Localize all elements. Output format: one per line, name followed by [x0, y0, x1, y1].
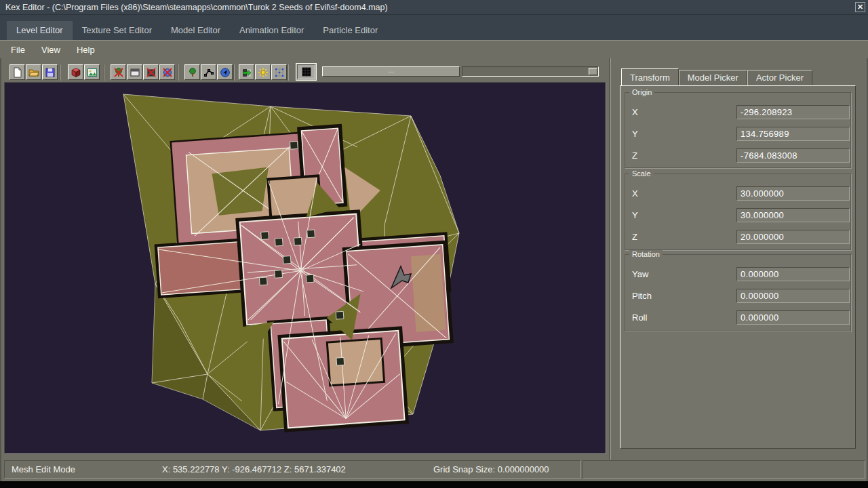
- window-title: Kex Editor - (C:\Program Files (x86)\Ste…: [5, 3, 388, 12]
- texture-image-button[interactable]: [84, 64, 100, 80]
- menu-view[interactable]: View: [41, 45, 60, 55]
- rotation-roll-input[interactable]: 0.000000: [736, 310, 850, 325]
- origin-x-label: X: [632, 107, 638, 117]
- toolbar-group-render: [239, 64, 287, 80]
- show-trees-button[interactable]: [184, 64, 200, 80]
- origin-z-label: Z: [632, 150, 637, 161]
- toolbar-separator: [233, 64, 235, 81]
- viewport-canvas[interactable]: [5, 83, 606, 453]
- open-file-button[interactable]: [26, 64, 41, 80]
- editor-tabstrip: Level Editor Texture Set Editor Model Ed…: [0, 15, 868, 40]
- slider-ellipsis: ...: [388, 66, 394, 74]
- toolbar-slider[interactable]: ...: [322, 66, 460, 77]
- scale-group: Scale X 30.000000 Y 30.000000 Z 20.00000…: [625, 174, 851, 250]
- origin-y-input[interactable]: 134.756989: [736, 127, 850, 141]
- scale-y-label: Y: [632, 210, 638, 220]
- menu-file[interactable]: File: [11, 45, 25, 55]
- rotation-roll-label: Roll: [632, 312, 647, 323]
- panel-tabs: Transform Model Picker Actor Picker: [621, 68, 812, 85]
- scale-x-input[interactable]: 30.000000: [736, 186, 850, 201]
- export-button[interactable]: [239, 64, 254, 80]
- pointer-circle-icon: [220, 67, 231, 78]
- grid-toggle-button[interactable]: [296, 63, 317, 81]
- toolbar-separator: [288, 64, 289, 81]
- scale-group-title: Scale: [629, 169, 654, 178]
- save-file-button[interactable]: [42, 64, 58, 80]
- tree-x-icon: [113, 67, 124, 78]
- new-file-button[interactable]: [9, 64, 25, 80]
- toolbar-separator: [104, 64, 105, 81]
- rotation-group: Rotation Yaw 0.000000 Pitch 0.000000 Rol…: [625, 254, 851, 331]
- menu-bar: File View Help: [0, 40, 868, 58]
- rotation-pitch-input[interactable]: 0.000000: [736, 289, 850, 303]
- rotation-group-title: Rotation: [629, 250, 663, 258]
- scale-z-label: Z: [632, 232, 637, 242]
- tree-icon: [187, 67, 198, 78]
- hide-mesh-button[interactable]: [143, 64, 159, 80]
- backdrop-toggle-button[interactable]: [127, 64, 142, 80]
- close-icon[interactable]: ✕: [855, 2, 865, 12]
- grid-snap-points-button[interactable]: [271, 64, 287, 80]
- new-file-icon: [12, 67, 23, 78]
- tab-texture-set-editor[interactable]: Texture Set Editor: [73, 21, 161, 40]
- origin-group: Origin X -296.208923 Y 134.756989 Z -768…: [625, 92, 851, 168]
- origin-z-input[interactable]: -7684.083008: [736, 148, 850, 163]
- rotation-yaw-label: Yaw: [632, 269, 648, 279]
- menu-help[interactable]: Help: [77, 45, 95, 55]
- scale-x-label: X: [632, 188, 638, 199]
- pick-mode-button[interactable]: [217, 64, 233, 80]
- status-mode: Mesh Edit Mode: [12, 464, 75, 474]
- toolbar-group-assets: [68, 64, 100, 80]
- sun-icon: [258, 67, 269, 78]
- grid-points-icon: [274, 67, 285, 78]
- tab-particle-editor[interactable]: Particle Editor: [313, 21, 387, 40]
- origin-y-label: Y: [632, 129, 638, 139]
- status-grid-snap: Grid Snap Size: 0.000000000: [433, 464, 549, 474]
- window-bottom-edge: [0, 481, 868, 488]
- status-right-panel: [583, 460, 865, 479]
- panel-divider[interactable]: [609, 58, 611, 460]
- picture-icon: [87, 67, 98, 78]
- scale-y-input[interactable]: 30.000000: [736, 208, 850, 222]
- viewport-panel: [4, 82, 606, 454]
- toolbar: ...: [0, 58, 609, 82]
- tab-transform[interactable]: Transform: [621, 68, 679, 85]
- window-frame-icon: [130, 67, 140, 78]
- sphere-x-icon: [162, 67, 173, 78]
- transform-pane: Origin X -296.208923 Y 134.756989 Z -768…: [620, 85, 856, 449]
- status-coordinates: X: 535.222778 Y: -926.467712 Z: 5671.337…: [162, 464, 346, 474]
- scale-z-input[interactable]: 20.000000: [736, 230, 850, 244]
- mesh-cube-button[interactable]: [68, 64, 83, 80]
- lighting-button[interactable]: [255, 64, 271, 80]
- box-x-icon: [146, 67, 157, 78]
- status-bar: Mesh Edit Mode X: 535.222778 Y: -926.467…: [0, 460, 868, 481]
- toolbar-group-visibility: [111, 64, 175, 80]
- origin-x-input[interactable]: -296.208923: [736, 105, 850, 119]
- scrollbar-thumb[interactable]: [589, 68, 597, 75]
- hide-spheres-button[interactable]: [159, 64, 175, 80]
- toolbar-separator: [178, 64, 179, 81]
- red-cube-icon: [71, 67, 81, 78]
- toolbar-group-file: [9, 64, 58, 80]
- tab-model-editor[interactable]: Model Editor: [161, 21, 230, 40]
- kex-editor-window: Kex Editor - (C:\Program Files (x86)\Ste…: [0, 0, 868, 488]
- hide-trees-button[interactable]: [111, 64, 126, 80]
- tab-model-picker[interactable]: Model Picker: [679, 70, 747, 85]
- status-main-panel: Mesh Edit Mode X: 535.222778 Y: -926.467…: [4, 460, 581, 479]
- save-icon: [45, 67, 56, 78]
- toolbar-separator: [60, 64, 61, 81]
- tab-actor-picker[interactable]: Actor Picker: [747, 70, 812, 85]
- green-arrow-icon: [241, 67, 252, 78]
- toolbar-group-tools: [184, 64, 233, 80]
- rotation-yaw-input[interactable]: 0.000000: [736, 267, 850, 281]
- origin-group-title: Origin: [629, 88, 654, 96]
- tab-level-editor[interactable]: Level Editor: [7, 21, 73, 40]
- toolbar-scrollbar[interactable]: [462, 66, 599, 77]
- title-bar[interactable]: Kex Editor - (C:\Program Files (x86)\Ste…: [0, 0, 868, 15]
- rotation-pitch-label: Pitch: [632, 291, 652, 301]
- path-nodes-button[interactable]: [201, 64, 216, 80]
- grid-icon: [301, 66, 312, 77]
- path-nodes-icon: [203, 67, 214, 78]
- tab-animation-editor[interactable]: Animation Editor: [230, 21, 313, 40]
- open-folder-icon: [28, 67, 39, 78]
